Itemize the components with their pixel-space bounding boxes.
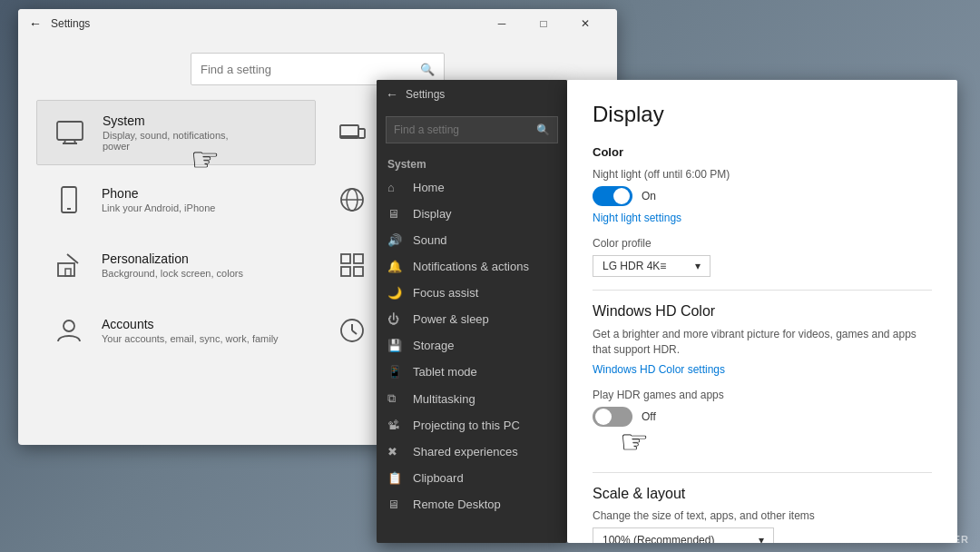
back-arrow-icon[interactable]: ← [29,16,42,31]
night-light-toggle[interactable] [593,186,632,206]
focus-label: Focus assist [413,286,478,300]
home-icon: ⌂ [387,181,404,194]
mid-nav-power[interactable]: ⏻ Power & sleep [377,306,567,332]
personalization-text: Personalization Background, lock screen,… [102,251,243,279]
system-title: System [103,113,229,128]
svg-rect-0 [57,122,83,140]
accounts-text: Accounts Your accounts, email, sync, wor… [102,317,279,344]
scale-dropdown[interactable]: 100% (Recommended) ▾ [593,527,774,543]
titlebar-back: ← Settings ─ □ ✕ [18,9,617,38]
night-light-toggle-label: On [642,190,656,202]
mid-nav-sound[interactable]: 🔊 Sound [377,227,567,253]
accounts-icon [51,312,87,349]
apps-icon [334,247,370,283]
svg-rect-17 [341,267,350,276]
window-mid-settings: ← Settings 🔍 System ⌂ Home 🖥 Display 🔊 S… [377,80,567,543]
multitasking-icon: ⧉ [387,391,404,406]
system-text: System Display, sound, notifications,pow… [103,113,229,152]
mid-nav-focus[interactable]: 🌙 Focus assist [377,280,567,306]
mid-search-bar: 🔍 [386,116,558,143]
scale-desc: Change the size of text, apps, and other… [593,509,932,522]
night-light-settings-link[interactable]: Night light settings [593,212,932,224]
personalization-title: Personalization [102,251,243,266]
divider-2 [593,472,932,473]
mid-nav-projecting[interactable]: 📽 Projecting to this PC [377,412,567,439]
accounts-title: Accounts [102,317,279,331]
play-hdr-label: Play HDR games and apps [593,389,932,401]
settings-item-personalization[interactable]: Personalization Background, lock screen,… [36,234,316,296]
focus-icon: 🌙 [387,286,404,300]
mid-nav-multitasking[interactable]: ⧉ Multitasking [377,385,567,412]
projecting-icon: 📽 [387,419,404,432]
color-profile-label: Color profile [593,237,932,250]
settings-item-system[interactable]: System Display, sound, notifications,pow… [36,100,316,165]
storage-label: Storage [413,339,455,352]
network-icon [334,182,370,218]
titlebar-controls: ─ □ ✕ [481,9,606,38]
color-profile-dropdown[interactable]: LG HDR 4K≡ ▾ [593,255,710,277]
hd-color-section-title: Windows HD Color [593,303,932,320]
multitasking-label: Multitasking [413,392,475,406]
personalization-icon [51,247,87,283]
maximize-button[interactable]: □ [523,9,564,38]
phone-icon [51,182,87,218]
shared-icon: ✖ [387,445,404,458]
svg-marker-13 [67,254,78,263]
hd-color-desc: Get a brighter and more vibrant picture … [593,327,932,358]
mid-title: Settings [406,88,445,101]
notifications-label: Notifications & actions [413,260,529,273]
play-hdr-toggle-row: Off [593,407,932,427]
mid-nav-storage[interactable]: 💾 Storage [377,332,567,359]
right-content: Display Color Night light (off until 6:0… [567,80,957,543]
night-light-label: Night light (off until 6:00 PM) [593,168,932,181]
display-nav-icon: 🖥 [387,207,404,221]
clipboard-label: Clipboard [413,471,464,485]
mid-nav-notifications[interactable]: 🔔 Notifications & actions [377,253,567,280]
color-profile-value: LG HDR 4K≡ [603,260,666,272]
night-light-toggle-row: On [593,186,932,206]
search-icon: 🔍 [420,63,435,76]
tablet-icon: 📱 [387,365,404,379]
cursor-hand-right: ☞ [620,423,649,461]
system-subtitle: Display, sound, notifications,power [103,130,229,152]
display-title: Display [593,102,932,127]
titlebar-left: ← Settings [29,16,90,31]
mid-nav-tablet[interactable]: 📱 Tablet mode [377,359,567,385]
storage-icon: 💾 [387,339,404,352]
scale-chevron-icon: ▾ [759,534,764,543]
mid-section-header: System [377,151,567,174]
sound-icon: 🔊 [387,233,404,247]
mid-nav-shared[interactable]: ✖ Shared experiences [377,439,567,465]
window-right-display: Display Color Night light (off until 6:0… [567,80,957,543]
settings-item-accounts[interactable]: Accounts Your accounts, email, sync, wor… [36,300,316,361]
watermark: LICSTER [920,534,969,545]
minimize-button[interactable]: ─ [481,9,523,38]
clipboard-icon: 📋 [387,471,404,485]
close-button[interactable]: ✕ [564,9,606,38]
phone-text: Phone Link your Android, iPhone [102,186,215,213]
settings-item-phone[interactable]: Phone Link your Android, iPhone [36,169,316,231]
sound-label: Sound [413,233,447,247]
mid-nav-remote[interactable]: 🖥 Remote Desktop [377,491,567,518]
svg-rect-14 [65,269,71,276]
svg-rect-18 [354,267,363,276]
mid-nav-clipboard[interactable]: 📋 Clipboard [377,465,567,491]
play-hdr-toggle[interactable] [593,407,632,427]
search-input[interactable] [201,63,413,76]
system-icon [52,114,88,151]
scale-section-title: Scale & layout [593,486,932,502]
projecting-label: Projecting to this PC [413,419,520,432]
mid-search-input[interactable] [394,123,531,136]
phone-title: Phone [102,186,215,201]
mid-nav-display[interactable]: 🖥 Display [377,201,567,227]
devices-icon [334,114,370,151]
mid-back-button[interactable]: ← [386,87,398,102]
hd-color-settings-link[interactable]: Windows HD Color settings [593,363,932,376]
svg-line-22 [352,330,357,334]
display-nav-label: Display [413,207,452,221]
svg-point-19 [64,320,74,331]
color-section-label: Color [593,145,932,159]
mid-nav-home[interactable]: ⌂ Home [377,174,567,201]
cursor-area: ☞ [593,432,932,459]
svg-rect-15 [341,254,350,263]
